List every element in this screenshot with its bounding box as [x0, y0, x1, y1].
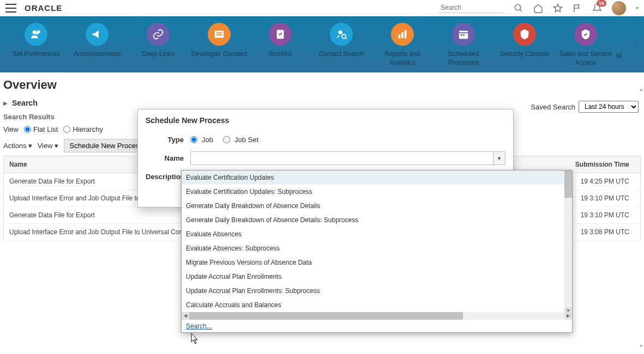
dropdown-scrollbar-vertical[interactable]: ▼ — [564, 170, 572, 312]
nav-worklist[interactable]: Worklist — [250, 23, 311, 59]
scroll-right-icon[interactable]: ▶ — [564, 312, 572, 320]
name-dropdown: Evaluate Certification Updates Evaluate … — [181, 170, 573, 333]
svg-rect-17 — [463, 34, 465, 36]
springboard-scroll-right-icon[interactable]: › — [634, 37, 639, 52]
dropdown-item[interactable]: Evaluate Certification Updates — [182, 170, 572, 185]
svg-point-9 — [342, 34, 346, 38]
view-label: View — [3, 125, 19, 133]
svg-rect-6 — [216, 34, 222, 35]
name-input[interactable] — [190, 151, 493, 165]
dropdown-scrollbar-horizontal[interactable]: ◀ ▶ — [182, 312, 572, 320]
svg-point-8 — [339, 30, 342, 34]
page-scrollbar[interactable]: ▲ ▼ — [639, 87, 644, 349]
scrollbar-thumb[interactable] — [189, 312, 463, 320]
svg-rect-16 — [461, 34, 462, 36]
dialog-title: Schedule New Process — [138, 109, 513, 131]
nav-reports-analytics[interactable]: Reports and Analytics — [372, 23, 433, 67]
schedule-new-process-button[interactable]: Schedule New Process — [64, 139, 149, 152]
svg-line-10 — [345, 38, 346, 39]
saved-search-select[interactable]: Last 24 hours — [579, 101, 639, 113]
dropdown-item[interactable]: Calculate Accruals and Balances — [182, 298, 572, 312]
search-label: Search — [12, 99, 38, 107]
type-label: Type — [146, 136, 184, 144]
saved-search-label: Saved Search — [531, 103, 575, 111]
dropdown-item[interactable]: Migrate Previous Versions of Absence Dat… — [182, 255, 572, 270]
type-job-set[interactable]: Job Set — [223, 136, 258, 144]
scroll-up-icon[interactable]: ▲ — [639, 87, 643, 92]
dropdown-item[interactable]: Update Accrual Plan Enrollments: Subproc… — [182, 284, 572, 298]
chevron-down-icon: ▼ — [497, 156, 502, 161]
notifications-icon[interactable]: 16 — [592, 3, 602, 13]
dropdown-search-link[interactable]: Search... — [186, 322, 212, 330]
dropdown-item[interactable]: Evaluate Certification Updates: Subproce… — [182, 185, 572, 199]
scroll-down-icon[interactable]: ▼ — [639, 344, 643, 349]
page-title: Overview — [3, 78, 641, 92]
svg-rect-13 — [405, 30, 407, 39]
view-menu[interactable]: View ▾ — [38, 142, 58, 150]
actions-menu[interactable]: Actions ▾ — [3, 142, 32, 150]
nav-set-preferences[interactable]: Set Preferences — [5, 23, 67, 59]
saved-search-row: Saved Search Last 24 hours — [531, 101, 639, 113]
scrollbar-thumb[interactable] — [564, 170, 572, 198]
global-search-input[interactable] — [438, 3, 504, 13]
svg-rect-11 — [399, 34, 401, 38]
nav-security-console[interactable]: Security Console — [494, 23, 555, 59]
dropdown-item[interactable]: Generate Daily Breakdown of Absence Deta… — [182, 213, 572, 227]
description-label: Description — [146, 173, 184, 181]
scroll-left-icon[interactable]: ◀ — [182, 312, 189, 320]
type-job[interactable]: Job — [190, 136, 213, 144]
dropdown-item[interactable]: Generate Daily Breakdown of Absence Deta… — [182, 199, 572, 213]
svg-rect-12 — [401, 32, 404, 38]
search-icon[interactable] — [514, 3, 523, 13]
chevron-down-icon: ▾ — [28, 142, 32, 150]
name-label: Name — [146, 154, 184, 162]
nav-sales-service-access[interactable]: Sales and Service Access — [555, 23, 616, 67]
flag-icon[interactable] — [573, 3, 582, 13]
home-icon[interactable] — [533, 3, 543, 13]
springboard-nav: Set Preferences Announcements Deep Links… — [0, 16, 644, 72]
svg-line-1 — [520, 9, 522, 11]
nav-announcements[interactable]: Announcements — [67, 23, 128, 59]
chevron-right-icon: ▶ — [3, 100, 8, 106]
nav-deep-links[interactable]: Deep Links — [128, 23, 189, 59]
dropdown-item[interactable]: Update Accrual Plan Enrollments — [182, 270, 572, 284]
view-hierarchy[interactable]: Hierarchy — [63, 125, 103, 133]
notification-badge: 16 — [597, 0, 606, 7]
star-icon[interactable] — [553, 3, 563, 13]
name-dropdown-toggle[interactable]: ▼ — [493, 151, 505, 165]
col-submission-time[interactable]: Submission Time — [564, 156, 641, 173]
svg-marker-2 — [554, 4, 562, 11]
dropdown-item[interactable]: Evaluate Absences — [182, 227, 572, 241]
nav-overflow: M — [616, 52, 622, 60]
dropdown-item[interactable]: Evaluate Absences: Subprocess — [182, 241, 572, 255]
svg-point-0 — [515, 4, 521, 10]
chevron-down-icon: ▾ — [55, 142, 58, 150]
svg-point-3 — [33, 30, 37, 34]
user-menu-chevron-icon[interactable]: ▾ — [636, 5, 639, 11]
app-header: ORACLE 16 ▾ — [0, 0, 644, 16]
nav-scheduled-processes[interactable]: Scheduled Processes — [433, 23, 494, 67]
view-flat-list[interactable]: Flat List — [24, 125, 58, 133]
logo: ORACLE — [25, 3, 62, 13]
scroll-down-icon[interactable]: ▼ — [564, 307, 572, 312]
nav-contact-search[interactable]: Contact Search — [311, 23, 372, 59]
menu-icon[interactable] — [5, 4, 16, 13]
svg-rect-5 — [216, 32, 222, 33]
nav-developer-connect[interactable]: Developer Connect — [189, 23, 250, 59]
avatar[interactable] — [612, 1, 626, 15]
